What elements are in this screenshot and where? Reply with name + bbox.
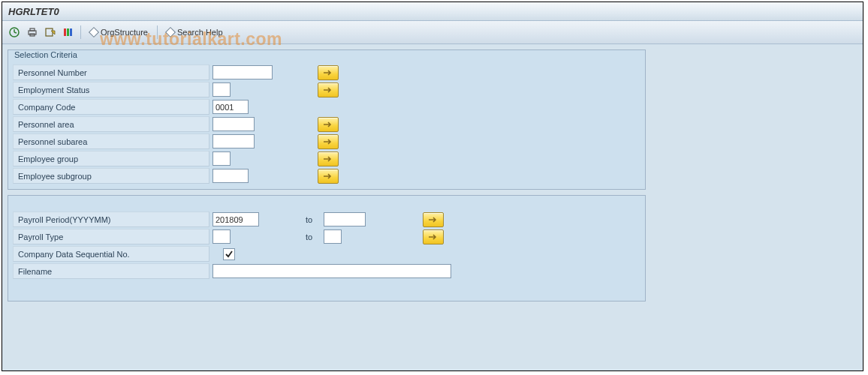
- input-company-code[interactable]: [212, 100, 249, 114]
- input-payroll-period-from[interactable]: [212, 212, 259, 226]
- label-filename: Filename: [13, 263, 209, 279]
- row-company-code: Company Code: [13, 98, 640, 116]
- multselect-personnel-subarea[interactable]: [318, 134, 339, 149]
- input-personnel-subarea[interactable]: [212, 134, 255, 148]
- row-employment-status: Employment Status: [13, 81, 640, 98]
- label-to: to: [306, 215, 324, 224]
- input-employee-subgroup[interactable]: [212, 169, 249, 183]
- searchhelp-label: Search Help: [177, 28, 223, 37]
- multselect-payroll-period[interactable]: [423, 212, 444, 227]
- input-employee-group[interactable]: [212, 152, 231, 166]
- label-employee-group: Employee group: [13, 151, 209, 166]
- app-window: HGRLTET0: [2, 2, 863, 371]
- row-payroll-period: Payroll Period(YYYYMM) to: [13, 211, 640, 228]
- diamond-icon: [165, 27, 176, 38]
- input-payroll-type-to[interactable]: [324, 230, 342, 244]
- orgstructure-label: OrgStructure: [101, 28, 148, 37]
- variant-get-icon[interactable]: [43, 25, 58, 40]
- label-payroll-period: Payroll Period(YYYYMM): [13, 212, 209, 227]
- row-personnel-subarea: Personnel subarea: [13, 133, 640, 150]
- input-payroll-type-from[interactable]: [212, 230, 231, 244]
- label-personnel-number: Personnel Number: [13, 64, 209, 80]
- multselect-personnel-number[interactable]: [318, 65, 339, 80]
- label-personnel-area: Personnel area: [13, 116, 209, 132]
- row-personnel-area: Personnel area: [13, 116, 640, 133]
- diamond-icon: [89, 27, 99, 38]
- input-payroll-period-to[interactable]: [324, 212, 366, 226]
- page-title: HGRLTET0: [8, 6, 59, 17]
- row-filename: Filename: [13, 262, 640, 280]
- multselect-payroll-type[interactable]: [423, 230, 444, 244]
- color-legend-icon[interactable]: [61, 25, 76, 40]
- label-company-code: Company Code: [13, 99, 209, 115]
- toolbar: OrgStructure Search Help: [2, 21, 863, 44]
- searchhelp-button[interactable]: Search Help: [162, 26, 228, 38]
- svg-rect-8: [67, 28, 69, 36]
- input-personnel-area[interactable]: [212, 117, 255, 131]
- print-icon[interactable]: [25, 25, 40, 40]
- multselect-employee-subgroup[interactable]: [318, 169, 339, 184]
- row-company-seqno: Company Data Sequential No.: [13, 245, 640, 262]
- input-filename[interactable]: [212, 264, 451, 278]
- svg-line-2: [14, 32, 17, 33]
- svg-rect-4: [30, 28, 35, 31]
- label-to: to: [306, 232, 324, 242]
- svg-rect-6: [46, 28, 53, 36]
- row-payroll-type: Payroll Type to: [13, 228, 640, 245]
- svg-rect-9: [70, 28, 72, 36]
- multselect-personnel-area[interactable]: [318, 117, 339, 132]
- toolbar-separator: [80, 26, 81, 39]
- toolbar-separator: [157, 26, 158, 39]
- svg-rect-7: [64, 28, 66, 36]
- row-employee-subgroup: Employee subgroup: [13, 167, 640, 184]
- titlebar: HGRLTET0: [2, 2, 863, 21]
- execute-icon[interactable]: [7, 25, 22, 40]
- parameters-panel: Payroll Period(YYYYMM) to Payroll Type t…: [8, 195, 646, 302]
- label-employment-status: Employment Status: [13, 82, 209, 98]
- label-employee-subgroup: Employee subgroup: [13, 168, 209, 184]
- row-personnel-number: Personnel Number: [13, 64, 640, 81]
- checkbox-company-seqno[interactable]: [223, 248, 235, 260]
- row-employee-group: Employee group: [13, 150, 640, 167]
- selection-criteria-panel: Selection Criteria Personnel Number Empl…: [8, 50, 646, 190]
- input-employment-status[interactable]: [212, 82, 231, 97]
- panel-legend: Selection Criteria: [13, 49, 79, 64]
- label-company-seqno: Company Data Sequential No.: [13, 246, 209, 262]
- label-personnel-subarea: Personnel subarea: [13, 134, 209, 149]
- label-payroll-type: Payroll Type: [13, 229, 209, 244]
- multselect-employment-status[interactable]: [318, 82, 339, 98]
- orgstructure-button[interactable]: OrgStructure: [86, 26, 152, 38]
- multselect-employee-group[interactable]: [318, 152, 339, 166]
- input-personnel-number[interactable]: [212, 65, 273, 80]
